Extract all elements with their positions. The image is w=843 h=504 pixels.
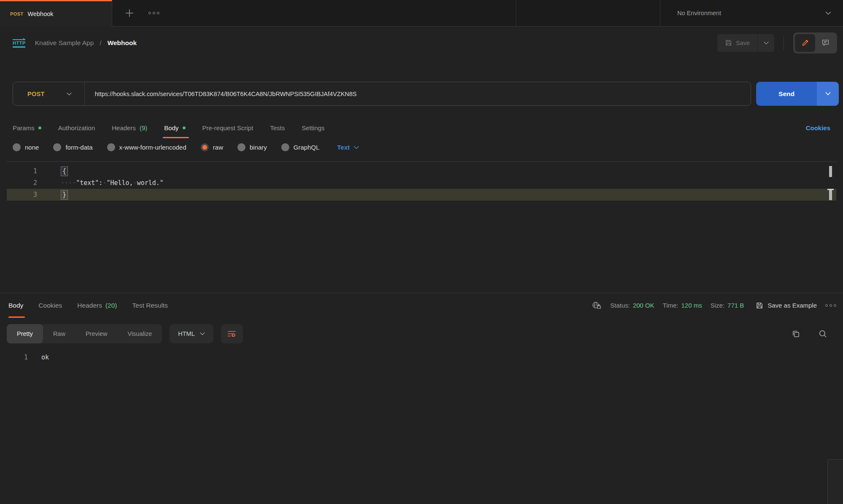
header-divider xyxy=(784,36,784,50)
headers-count-badge: (9) xyxy=(140,124,147,131)
tab-tests-label: Tests xyxy=(270,124,285,131)
tab-authorization-label: Authorization xyxy=(58,124,95,131)
radio-circle-icon xyxy=(13,143,21,151)
url-input[interactable]: https://hooks.slack.com/services/T06TD83… xyxy=(95,91,357,97)
chevron-down-icon xyxy=(354,146,359,149)
open-brace-token: { xyxy=(61,166,68,176)
send-button[interactable]: Send xyxy=(756,82,817,106)
save-as-example-button[interactable]: Save as Example xyxy=(756,302,817,309)
tab-params[interactable]: Params xyxy=(13,124,41,131)
radio-binary-label: binary xyxy=(250,144,267,151)
radio-raw-label: raw xyxy=(213,144,223,151)
editor-line-3-active[interactable]: 3 } xyxy=(7,189,836,201)
tab-settings-label: Settings xyxy=(302,124,324,131)
chevron-down-icon xyxy=(764,41,769,45)
radio-binary[interactable]: binary xyxy=(237,143,267,151)
method-label: POST xyxy=(27,91,45,97)
network-globe-lock-icon[interactable] xyxy=(592,301,602,310)
response-format-label: HTML xyxy=(178,330,194,337)
response-body-viewer[interactable]: 1 ok xyxy=(0,354,843,361)
response-tab-cookies[interactable]: Cookies xyxy=(38,293,62,318)
copy-icon xyxy=(792,330,800,338)
request-body-editor[interactable]: 1 { 2 ····"text":·"Hello,·world." 3 } xyxy=(7,161,836,293)
tab-tests[interactable]: Tests xyxy=(270,124,285,131)
tab-pre-request-label: Pre-request Script xyxy=(202,124,253,131)
breadcrumb-collection[interactable]: Knative Sample App xyxy=(35,39,94,47)
tab-title: Webhook xyxy=(28,11,54,17)
json-key-token: "text": xyxy=(76,179,102,187)
send-options-button[interactable] xyxy=(817,82,839,106)
tab-pre-request-script[interactable]: Pre-request Script xyxy=(202,124,253,131)
tab-settings[interactable]: Settings xyxy=(302,124,324,131)
radio-circle-icon xyxy=(237,143,245,151)
tab-body[interactable]: Body xyxy=(164,124,185,131)
copy-response-button[interactable] xyxy=(792,330,800,338)
view-preview-button[interactable]: Preview xyxy=(75,324,118,343)
tab-method-badge: POST xyxy=(10,11,24,16)
radio-form-data[interactable]: form-data xyxy=(53,143,92,151)
postman-window: POST Webhook No Environment xyxy=(0,0,843,504)
search-response-button[interactable] xyxy=(819,330,827,338)
method-selector[interactable]: POST xyxy=(13,91,72,97)
time-label: Time: xyxy=(663,302,679,309)
response-tab-headers[interactable]: Headers (20) xyxy=(77,293,117,318)
response-header: Body Cookies Headers (20) Test Results S… xyxy=(0,293,843,317)
tab-authorization[interactable]: Authorization xyxy=(58,124,95,131)
environment-selector[interactable]: No Environment xyxy=(660,0,843,27)
view-pretty-button[interactable]: Pretty xyxy=(7,324,43,343)
send-button-group: Send xyxy=(756,82,839,106)
whitespace-dot: · xyxy=(133,179,137,187)
tab-headers[interactable]: Headers (9) xyxy=(112,124,147,131)
view-raw-button[interactable]: Raw xyxy=(43,324,75,343)
radio-none[interactable]: none xyxy=(13,143,39,151)
word-wrap-icon xyxy=(227,330,236,338)
response-format-selector[interactable]: HTML xyxy=(170,324,213,343)
raw-format-selector[interactable]: Text xyxy=(337,144,359,151)
line-number: 1 xyxy=(7,167,37,175)
cookies-link[interactable]: Cookies xyxy=(806,124,830,131)
request-tab-webhook[interactable]: POST Webhook xyxy=(0,0,112,27)
time-value: 120 ms xyxy=(681,302,702,309)
json-value-token: world." xyxy=(137,179,164,187)
plus-icon xyxy=(125,8,134,18)
response-tab-test-results[interactable]: Test Results xyxy=(132,293,168,318)
size-badge[interactable]: Size: 771 B xyxy=(711,302,744,309)
tab-bar-spacer xyxy=(516,0,660,27)
save-options-button[interactable] xyxy=(757,34,774,52)
save-as-example-label: Save as Example xyxy=(768,302,817,309)
tab-options-button[interactable] xyxy=(148,12,159,14)
comment-icon xyxy=(821,39,830,47)
time-badge[interactable]: Time: 120 ms xyxy=(663,302,702,309)
raw-format-label: Text xyxy=(337,144,350,151)
radio-selected-icon xyxy=(201,143,209,151)
view-visualize-button[interactable]: Visualize xyxy=(117,324,162,343)
save-button[interactable]: Save xyxy=(717,34,757,52)
wrap-lines-button[interactable] xyxy=(221,324,243,343)
radio-x-www-form-urlencoded[interactable]: x-www-form-urlencoded xyxy=(107,143,186,151)
response-tab-test-results-label: Test Results xyxy=(132,302,168,309)
response-headers-count: (20) xyxy=(105,302,117,309)
size-label: Size: xyxy=(711,302,724,309)
radio-raw[interactable]: raw xyxy=(201,143,223,151)
response-options-button[interactable] xyxy=(825,304,836,307)
status-badge[interactable]: Status: 200 OK xyxy=(610,302,654,309)
new-tab-button[interactable] xyxy=(125,8,134,18)
line-number: 2 xyxy=(7,179,37,187)
response-view-switcher: Pretty Raw Preview Visualize xyxy=(7,324,162,343)
editor-line-1[interactable]: 1 { xyxy=(7,165,836,177)
tab-params-label: Params xyxy=(13,124,35,131)
save-icon xyxy=(725,39,732,46)
response-tab-body[interactable]: Body xyxy=(8,293,23,318)
json-value-token: "Hello, xyxy=(106,179,133,187)
radio-graphql-label: GraphQL xyxy=(294,144,320,151)
breadcrumb-request-name[interactable]: Webhook xyxy=(108,39,137,47)
edit-documentation-button[interactable] xyxy=(795,34,815,52)
request-url-row: POST https://hooks.slack.com/services/T0… xyxy=(13,82,839,106)
response-meta: Status: 200 OK Time: 120 ms Size: 771 B … xyxy=(592,301,836,310)
radio-graphql[interactable]: GraphQL xyxy=(281,143,320,151)
overview-ruler-cursor-mark xyxy=(827,189,834,201)
url-bar: POST https://hooks.slack.com/services/T0… xyxy=(13,82,751,106)
comments-button[interactable] xyxy=(815,34,835,52)
save-button-group: Save xyxy=(717,34,774,52)
editor-line-2[interactable]: 2 ····"text":·"Hello,·world." xyxy=(7,177,836,189)
